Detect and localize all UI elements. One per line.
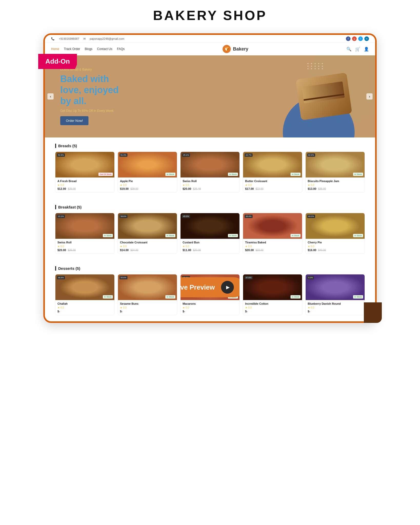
price-row: $20.00 $33.00 [245,249,300,252]
device-frame: 📞 +919016996687 ✉ paponapp2248@gmail.com… [43,33,377,323]
stock-badge: In Stock [103,295,113,299]
product-image: 22.7% In Stock [243,152,302,177]
stock-badge: In Stock [291,295,301,299]
nav-links: Home Track Order Blogs Contact Us FAQs [51,47,125,51]
facebook-icon[interactable]: f [346,36,351,41]
nav-blogs[interactable]: Blogs [85,47,93,51]
product-card[interactable]: 55.6% In Stock Sesame Buns ★ 0.0 $- [118,274,177,315]
discount-badge: 22.7% [245,153,253,157]
nav-faqs[interactable]: FAQs [117,47,125,51]
price-new: $- [120,310,123,313]
nav-contact[interactable]: Contact Us [97,47,112,51]
price-row: $- [183,310,237,313]
stock-badge: In Stock [353,295,363,299]
products-grid-2: 48.6% In Stock Challah ★ 0.0 $- 55.6% [55,274,365,315]
product-info: Swiss Roll ★ 0.0 $20.00 $26.00 [55,239,114,254]
product-image: 51.3% In Stock [118,152,177,177]
hero-arrow-right[interactable]: › [366,93,373,100]
product-card[interactable]: 39.4% In Stock Tiramisu Baked ★ 0.0 $20.… [243,213,302,254]
stock-badge: In Stock [165,173,175,176]
product-card[interactable]: 47.6% In Stock Incredible Cotton ★ 0.0 $… [243,274,302,315]
discount-badge: 25.1% [182,153,190,157]
search-icon[interactable]: 🔍 [346,47,352,52]
price-new: $20.00 [57,249,66,252]
stock-badge: In Stock [228,173,238,176]
section-title-0: Breads (5) [55,144,365,148]
price-new: $11.00 [183,249,191,252]
product-card[interactable]: 25.2% In Stock Live Preview ▶ Macarons ★… [180,274,240,315]
product-rating: ★ 0.0 [57,306,112,309]
page-title: BAKERY SHOP [153,8,267,23]
product-name: Custard Bun [183,241,237,244]
product-name: Biscuits Pineapple Jam [308,180,363,183]
live-preview-text: Live Preview [180,283,215,291]
google-icon[interactable]: g [352,36,357,41]
price-new: $- [308,310,310,313]
price-old: $25.00 [68,187,76,190]
hero-arrow-left[interactable]: ‹ [47,93,54,100]
product-info: Cherry Pie ★ 0.0 $16.00 $40.00 [306,239,365,254]
nav-home[interactable]: Home [51,47,59,51]
price-row: $17.00 $22.00 [245,187,300,190]
price-old: $26.00 [68,249,76,252]
twitter-icon[interactable]: t [358,36,363,41]
products-grid-0: 52.9% Out Of Stock A Fresh Bread ★ 0.0 $… [55,152,365,193]
user-icon[interactable]: 👤 [364,47,369,52]
product-card[interactable]: 45.0% In Stock Custard Bun ★ 0.0 $11.00 … [180,213,240,254]
live-preview-button[interactable]: Live Preview ▶ [180,277,240,297]
price-new: $14.00 [120,249,129,252]
price-new: $20.00 [245,249,254,252]
product-image: 58.8% In Stock [118,213,177,239]
discount-badge: 5.0% [307,276,314,279]
product-card[interactable]: 23.1% In Stock Swiss Roll ★ 0.0 $20.00 $… [55,213,115,254]
product-card[interactable]: 62.9% In Stock Biscuits Pineapple Jam ★ … [305,152,365,193]
product-card[interactable]: 52.9% Out Of Stock A Fresh Bread ★ 0.0 $… [55,152,115,193]
price-row: $- [57,310,112,313]
stock-badge: Out Of Stock [98,173,113,176]
linkedin-icon[interactable]: in [364,36,369,41]
section-title-2: Desserts (5) [55,266,365,271]
hero-discount: Get Disc Up To 65% Off In Every Week [60,109,119,113]
product-card[interactable]: 60.0% In Stock Cherry Pie ★ 0.0 $16.00 $… [305,213,365,254]
price-new: $- [183,310,185,313]
product-info: Swiss Roll ★ 0.0 $20.00 $26.48 [181,177,239,192]
price-row: $12.00 $25.00 [57,187,112,190]
cart-icon[interactable]: 🛒 [355,47,360,52]
stock-badge: In Stock [291,234,301,237]
product-card[interactable]: 25.1% In Stock Swiss Roll ★ 0.0 $20.00 $… [180,152,240,193]
corner-decoration [364,302,382,323]
product-rating: ★ 0.0 [120,184,175,186]
product-name: Chocolate Croissant [120,241,175,244]
product-info: Macarons ★ 0.0 $- [181,300,239,315]
product-rating: ★ 0.0 [120,245,175,248]
product-image: 5.0% In Stock [306,274,365,300]
product-card[interactable]: 5.0% In Stock Blueberry Danish Round ★ 0… [305,274,365,315]
product-rating: ★ 0.0 [245,306,300,309]
product-card[interactable]: 48.6% In Stock Challah ★ 0.0 $- [55,274,115,315]
price-old: $20.00 [193,249,201,252]
discount-badge: 51.3% [119,153,127,157]
stock-badge: In Stock [165,234,175,237]
price-row: $14.00 $34.00 [120,249,175,252]
logo-icon: 🍞 [223,45,231,53]
price-old: $33.00 [256,249,264,252]
price-row: $13.00 $35.00 [308,187,363,190]
price-row: $19.00 $39.00 [120,187,175,190]
product-info: A Fresh Bread ★ 0.0 $12.00 $25.00 [55,177,114,192]
product-card[interactable]: 58.8% In Stock Chocolate Croissant ★ 0.0… [118,213,177,254]
phone-number: +919016996687 [59,37,79,40]
product-image: 25.1% In Stock [181,152,239,177]
price-new: $16.00 [308,249,316,252]
product-card[interactable]: 51.3% In Stock Apple Pie ★ 0.0 $19.00 $3… [118,152,177,193]
sections-container: Breads (5) 52.9% Out Of Stock A Fresh Br… [45,137,375,321]
product-name: Blueberry Danish Round [308,302,363,305]
nav-track-order[interactable]: Track Order [64,47,80,51]
product-name: Sesame Buns [120,302,175,305]
price-new: $13.00 [308,187,316,190]
price-row: $11.00 $20.00 [183,249,237,252]
discount-badge: 55.6% [119,276,127,279]
stock-badge: In Stock [165,295,175,299]
order-now-button[interactable]: Order Now! [60,116,88,125]
product-image: 60.0% In Stock [306,213,365,239]
product-card[interactable]: 22.7% In Stock Butter Croissant ★ 0.0 $1… [243,152,302,193]
